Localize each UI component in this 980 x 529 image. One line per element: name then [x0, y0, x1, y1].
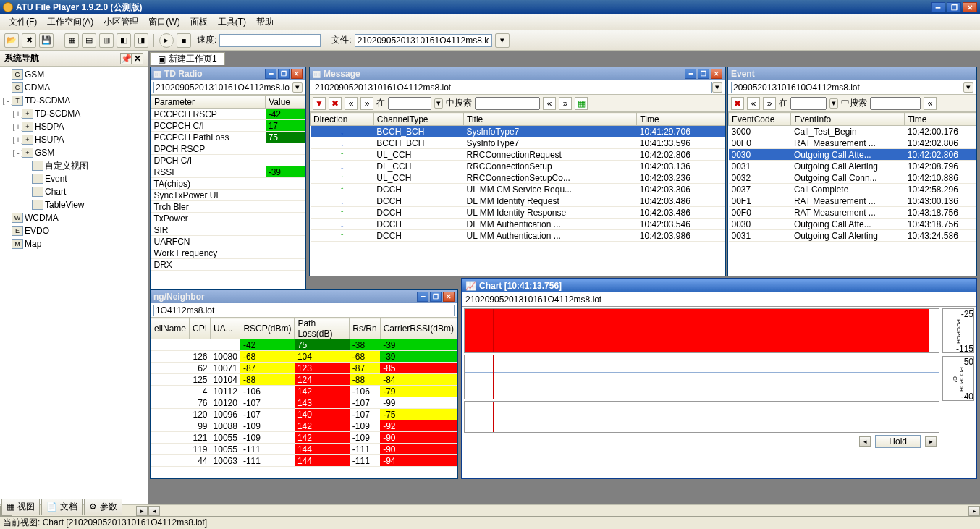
- table-row[interactable]: 410112-106142-106-79: [151, 386, 457, 397]
- panel-max-icon[interactable]: ❐: [278, 69, 290, 79]
- table-row[interactable]: PCCPCH PathLoss75: [151, 132, 305, 143]
- node-label[interactable]: GSM: [35, 148, 54, 158]
- tree-node[interactable]: Chart: [1, 185, 146, 198]
- chart-band-1[interactable]: [464, 308, 939, 353]
- tree-node[interactable]: [-]TTD-SCDMA: [1, 94, 146, 107]
- table-row[interactable]: ↑DCCHUL MM CM Service Requ...10:42:03.30…: [311, 184, 725, 195]
- table-row[interactable]: ↓DCCHDL MM Authentication ...10:42:03.54…: [311, 219, 725, 230]
- col-header[interactable]: Time: [637, 113, 725, 126]
- col-header[interactable]: Time: [905, 113, 976, 126]
- table-row[interactable]: Work Frequency: [151, 247, 305, 259]
- last-icon[interactable]: »: [763, 97, 776, 110]
- node-label[interactable]: Map: [25, 239, 41, 249]
- menu-item[interactable]: 窗口(W): [144, 14, 184, 30]
- tree-node[interactable]: EEVDO: [1, 224, 146, 237]
- col-header[interactable]: EventInfo: [791, 113, 905, 126]
- panel-close-icon[interactable]: ✕: [711, 69, 722, 79]
- search-text-input[interactable]: [475, 97, 540, 110]
- node-label[interactable]: Event: [45, 174, 67, 184]
- nav-tree[interactable]: GGSMCCDMA[-]TTD-SCDMA[+]+TD-SCDMA[+]+HSD…: [0, 67, 148, 504]
- table-row[interactable]: 0037Call Complete10:42:58.296: [729, 184, 976, 195]
- stop-button[interactable]: ■: [177, 33, 191, 48]
- scroll-right-icon[interactable]: ▸: [968, 506, 980, 516]
- table-row[interactable]: ↑DCCHUL MM Authentication ...10:42:03.98…: [311, 230, 725, 242]
- prev-icon[interactable]: «: [924, 97, 937, 110]
- path-dropdown-icon[interactable]: ▾: [963, 82, 973, 93]
- table-row[interactable]: ↑DCCHUL MM Identity Response10:42:03.486: [311, 207, 725, 219]
- table-row[interactable]: DPCH RSCP: [151, 143, 305, 155]
- table-row[interactable]: 0030Outgoing Call Atte...10:43:18.756: [729, 219, 976, 230]
- clear-icon[interactable]: ✖: [329, 97, 342, 110]
- node-label[interactable]: CDMA: [25, 82, 50, 93]
- table-row[interactable]: UARFCN: [151, 236, 305, 247]
- expand-icon[interactable]: [-]: [12, 149, 22, 157]
- event-titlebar[interactable]: Event: [728, 67, 976, 80]
- menu-item[interactable]: 工具(T): [214, 14, 250, 30]
- workspace-tab-1[interactable]: ▣ 新建工作页1: [150, 52, 225, 65]
- col-header[interactable]: Parameter: [151, 96, 266, 109]
- chart-prev-icon[interactable]: ◂: [859, 436, 871, 447]
- table-row[interactable]: Trch Bler: [151, 201, 305, 213]
- menu-item[interactable]: 面板: [186, 14, 212, 30]
- tree-node[interactable]: [+]+TD-SCDMA: [1, 107, 146, 120]
- path-dropdown-icon[interactable]: ▾: [712, 82, 722, 93]
- search-text-input[interactable]: [870, 97, 921, 110]
- table-row[interactable]: 9910088-109142-109-92: [151, 420, 457, 432]
- node-label[interactable]: TD-SCDMA: [35, 109, 80, 119]
- col-header[interactable]: CarrierRSSI(dBm): [380, 318, 457, 339]
- scroll-left-icon[interactable]: ◂: [148, 506, 160, 516]
- menu-item[interactable]: 小区管理: [99, 14, 143, 30]
- table-row[interactable]: 4410063-111144-111-94: [151, 455, 457, 467]
- path-dropdown-icon[interactable]: ▾: [292, 82, 303, 93]
- close-file-icon[interactable]: ✖: [22, 33, 36, 48]
- tree-node[interactable]: 自定义视图: [1, 159, 146, 172]
- menu-item[interactable]: 文件(F): [4, 14, 41, 30]
- col-header[interactable]: CPI: [190, 318, 211, 339]
- layout4-icon[interactable]: ◧: [117, 33, 131, 48]
- layout1-icon[interactable]: ▦: [64, 33, 79, 48]
- search-scope-input[interactable]: [790, 97, 827, 110]
- dropdown-icon[interactable]: ▾: [434, 98, 443, 109]
- open-icon[interactable]: 📂: [4, 33, 19, 48]
- table-row[interactable]: 0031Outgoing Call Alerting10:42:08.796: [729, 161, 976, 172]
- table-row[interactable]: DRX: [151, 259, 305, 271]
- table-row[interactable]: DPCH C/I: [151, 155, 305, 166]
- panel-close-icon[interactable]: ✕: [291, 69, 303, 79]
- first-icon[interactable]: «: [345, 97, 358, 110]
- table-row[interactable]: RSSI-39: [151, 166, 305, 178]
- clear-icon[interactable]: ✖: [731, 97, 744, 110]
- message-titlebar[interactable]: ▦ Message ━ ❐ ✕: [310, 67, 725, 80]
- node-label[interactable]: Chart: [45, 187, 66, 197]
- message-table[interactable]: DirectionChannelTypeTitleTime↓BCCH_BCHSy…: [310, 112, 725, 276]
- table-row[interactable]: -4275-38-39: [151, 339, 457, 351]
- panel-min-icon[interactable]: ━: [417, 292, 428, 302]
- table-row[interactable]: ↑UL_CCHRRCConnectionSetupCo...10:42:03.2…: [311, 172, 725, 184]
- table-row[interactable]: 3000Call_Test_Begin10:42:00.176: [729, 126, 976, 137]
- save-icon[interactable]: 💾: [39, 33, 54, 48]
- filter-icon[interactable]: ▼: [313, 97, 326, 110]
- node-label[interactable]: TD-SCDMA: [25, 96, 70, 106]
- chart-band-2[interactable]: [464, 355, 939, 399]
- mdi-hscroll[interactable]: ◂▸: [148, 504, 980, 516]
- table-row[interactable]: ↓BCCH_BCHSysInfoType710:41:29.706: [311, 126, 725, 137]
- panel-close-icon[interactable]: ✕: [443, 292, 455, 302]
- expand-icon[interactable]: [+]: [12, 110, 22, 118]
- tree-node[interactable]: WWCDMA: [1, 211, 146, 224]
- table-row[interactable]: 12010096-107140-107-75: [151, 409, 457, 420]
- node-label[interactable]: WCDMA: [25, 213, 59, 223]
- node-label[interactable]: TableView: [45, 200, 84, 210]
- tdradio-titlebar[interactable]: ▦ TD Radio ━ ❐ ✕: [151, 67, 305, 80]
- col-header[interactable]: ellName: [151, 318, 190, 339]
- first-icon[interactable]: «: [747, 97, 760, 110]
- export-excel-icon[interactable]: ▦: [575, 97, 588, 110]
- minimize-button[interactable]: ━: [931, 2, 945, 12]
- table-row[interactable]: SIR: [151, 224, 305, 236]
- table-row[interactable]: 0032Outgoing Call Conn...10:42:10.886: [729, 172, 976, 184]
- col-header[interactable]: RSCP(dBm): [240, 318, 295, 339]
- table-row[interactable]: 11910055-111144-111-90: [151, 444, 457, 455]
- col-header[interactable]: Value: [266, 96, 305, 109]
- chart-next-icon[interactable]: ▸: [925, 436, 937, 447]
- bottom-tab[interactable]: 📄文档: [41, 499, 83, 515]
- layout5-icon[interactable]: ◨: [134, 33, 148, 48]
- table-row[interactable]: PCCPCH RSCP-42: [151, 109, 305, 120]
